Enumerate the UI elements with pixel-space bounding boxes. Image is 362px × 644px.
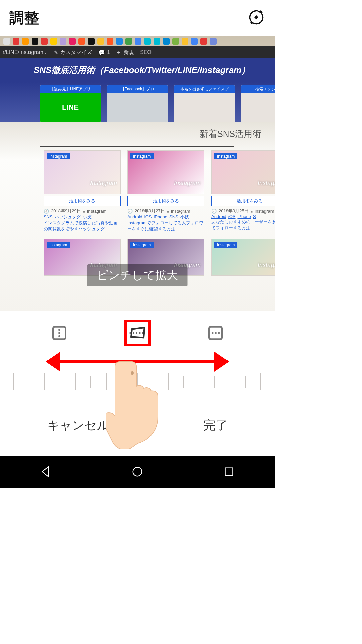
crop-canvas[interactable]: r/LINE/Instagram... ✎ カスタマイズ 💬 1 ＋ 新規 SE… <box>0 36 275 311</box>
thumb-tag: Instagram <box>47 153 70 159</box>
article-cat: Instagram <box>87 209 107 214</box>
article-meta: 🕘 2018年9月27日 Instagram <box>127 208 204 214</box>
thumb-tag: Instagram <box>214 242 237 248</box>
grid-line <box>0 128 275 128</box>
ruler-tick <box>260 373 261 390</box>
ruler-tick <box>60 376 60 388</box>
favicon-icon <box>154 38 160 45</box>
article-card: Instagram Instagram 活用術をみる 🕘 2018年9月29日 … <box>44 150 121 232</box>
wp-seo: SEO <box>140 49 152 55</box>
favicon-icon <box>22 38 29 45</box>
article-card: Instagram Instagram 活用術をみる 🕘 2018年9月25日 … <box>211 150 275 232</box>
svg-point-12 <box>131 371 134 375</box>
svg-rect-2 <box>254 15 258 19</box>
ruler-tick <box>183 376 184 388</box>
favicon-icon <box>13 38 19 45</box>
hero-caption: 【Facebook】プロ <box>107 85 168 93</box>
favicon-icon <box>69 38 76 45</box>
page-title: 調整 <box>9 8 39 28</box>
straighten-button[interactable] <box>124 320 151 346</box>
article-date: 2018年9月27日 <box>135 208 165 214</box>
hero-body-fb <box>241 93 275 122</box>
angle-slider-area[interactable] <box>0 348 275 405</box>
android-navbar <box>0 456 275 488</box>
favicon-icon <box>32 38 38 45</box>
hero-card: 本名を出さずにフェイスブ <box>174 85 235 122</box>
pinch-hint-toast: ピンチして拡大 <box>87 264 187 286</box>
hero-card: 検索エンジンでフ <box>241 85 275 122</box>
thumb-watermark: Instagram <box>258 180 275 187</box>
favicon-icon <box>163 38 170 45</box>
thumb-tag: Instagram <box>47 242 70 248</box>
favicon-icon <box>116 38 123 45</box>
svg-point-13 <box>133 467 142 476</box>
ruler-tick <box>13 373 14 390</box>
favicon-icon <box>125 38 132 45</box>
article-thumb: Instagram Instagram <box>211 150 275 194</box>
thumb-watermark: Instagram <box>258 262 275 269</box>
ruler-tick <box>230 373 230 390</box>
article-card: Instagram Instagram 活用術をみる 🕘 2018年9月27日 … <box>127 150 204 232</box>
hero-caption: 本名を出さずにフェイスブ <box>174 85 235 93</box>
ruler-tick <box>75 373 76 390</box>
article-cat: Instagram <box>171 209 190 214</box>
thumb-watermark: Instagram <box>174 180 201 187</box>
wp-admin-bar: r/LINE/Instagram... ✎ カスタマイズ 💬 1 ＋ 新規 SE… <box>0 46 275 58</box>
favicon-icon <box>191 38 198 45</box>
svg-point-10 <box>215 332 217 334</box>
favicon-icon <box>60 38 66 45</box>
favicon-icon <box>3 38 10 45</box>
ruler-tick <box>199 373 199 390</box>
article-date: 2018年9月25日 <box>219 208 249 214</box>
banner-title: SNS徹底活用術（Facebook/Twitter/LINE/Instagram… <box>34 64 250 76</box>
home-icon[interactable] <box>131 465 144 479</box>
perspective-vertical-button[interactable] <box>46 320 73 346</box>
favicon-icon <box>41 38 48 45</box>
favicon-icon <box>50 38 57 45</box>
site-banner: SNS徹底活用術（Facebook/Twitter/LINE/Instagram… <box>0 58 275 82</box>
article-tags: AndroidiOSiPhoneS <box>211 214 275 219</box>
perspective-horizontal-button[interactable] <box>202 320 229 346</box>
hero-card: 【Facebook】プロ <box>107 85 168 122</box>
article-desc: インスタグラムで投稿した写真や動画の閲覧数を増やすハッシュタグ <box>44 220 121 232</box>
svg-point-5 <box>58 332 60 334</box>
rotate-icon[interactable] <box>248 9 265 28</box>
svg-point-9 <box>211 332 213 334</box>
hero-body-line: LINE <box>40 93 101 122</box>
see-more-button: 活用術をみる <box>44 196 121 206</box>
favicon-icon <box>172 38 179 45</box>
article-thumb: Instagram Instagram <box>44 150 121 194</box>
recent-icon[interactable] <box>223 465 235 479</box>
thumb-tag: Instagram <box>130 153 154 159</box>
section-heading: 新着SNS活用術 <box>0 122 275 146</box>
editor-header: 調整 <box>0 0 275 36</box>
ruler-tick <box>214 376 215 388</box>
back-icon[interactable] <box>40 465 52 479</box>
article-desc: Instagramでフォローしてる人フォロワーをすぐに確認する方法 <box>127 220 204 232</box>
thumb-watermark: Instagram <box>90 180 117 187</box>
hero-card: 【盗み見】LINEアプリ LINE <box>40 85 101 122</box>
favicon-icon <box>135 38 141 45</box>
thumb-tag: Instagram <box>130 242 154 248</box>
favicon-icon <box>78 38 85 45</box>
article-meta: 🕘 2018年9月29日 Instagram <box>44 208 121 214</box>
wp-comment-count: 1 <box>107 49 110 55</box>
article-tags: AndroidiOSiPhoneSNS小技 <box>127 214 204 220</box>
done-button[interactable]: 完了 <box>197 413 234 438</box>
article-card: InstagramInstagram <box>211 239 275 276</box>
article-cat: Instagram <box>255 209 274 214</box>
ruler-tick <box>245 376 246 388</box>
cancel-button[interactable]: キャンセル <box>41 413 116 438</box>
favicon-icon <box>210 38 217 45</box>
hero-row: 【盗み見】LINEアプリ LINE 【Facebook】プロ 本名を出さずにフェ… <box>0 82 275 122</box>
article-desc: あなたにおすすめのユーザーを見つけてフォローする方法 <box>211 219 275 231</box>
article-thumb: Instagram Instagram <box>127 150 204 194</box>
article-meta: 🕘 2018年9月25日 Instagram <box>211 208 275 214</box>
ruler-tick <box>44 373 45 390</box>
wp-path: r/LINE/Instagram... <box>3 49 48 55</box>
article-date: 2018年9月29日 <box>51 208 81 214</box>
wp-customize-label: カスタマイズ <box>60 49 92 56</box>
hero-body-keyboard <box>107 93 168 122</box>
svg-point-4 <box>58 329 60 331</box>
thumb-tag: Instagram <box>214 153 237 159</box>
